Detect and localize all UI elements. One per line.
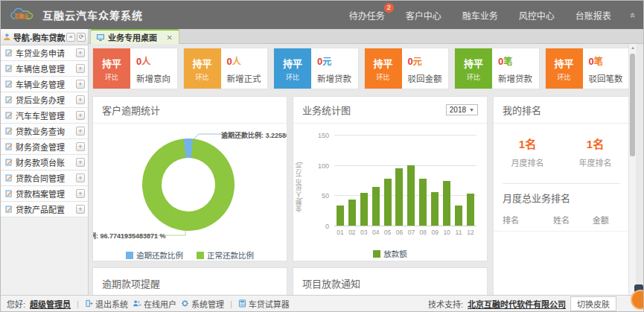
sidebar-item-vehicle-business[interactable]: 车辆业务管理+	[1, 77, 88, 92]
bar-legend: 放款额	[293, 248, 487, 259]
kpi-value: 0	[589, 56, 594, 67]
expand-plus-icon[interactable]: +	[76, 142, 85, 151]
donut-legend: 逾期还款比例 正常还款比例	[93, 249, 287, 261]
online-users-button[interactable]: 在线用户	[133, 298, 176, 310]
sidebar-menu: 车贷业务申请+ 车辆信息管理+ 车辆业务管理+ 贷后业务办理+ 汽车车型管理+ …	[1, 45, 88, 217]
close-tab-icon[interactable]: ✕	[167, 34, 173, 42]
app-title: 互融云汽车众筹系统	[42, 7, 143, 22]
doc-edit-icon	[5, 80, 13, 88]
yearly-rank: 1名年度排名	[561, 136, 629, 168]
panel-business-statistics: 业务统计图 2018▼ 金额(人民币 万元) 050100150 0102030…	[293, 96, 488, 261]
expand-plus-icon[interactable]: +	[76, 158, 85, 167]
logout-button[interactable]: 退出系统	[85, 298, 128, 310]
refresh-icon[interactable]: ⟳	[77, 33, 86, 42]
nav-item-customer-center[interactable]: 客户中心	[406, 9, 441, 22]
sidebar-item-post-loan[interactable]: 贷后业务办理+	[1, 92, 88, 108]
doc-edit-icon	[5, 143, 13, 150]
nav-label: 待办任务	[349, 11, 385, 22]
scrollbar-thumb[interactable]	[630, 54, 635, 156]
sidebar-item-finance-funds[interactable]: 财务资金管理+	[1, 139, 88, 155]
bar-yticks: 050100150	[316, 136, 331, 226]
panel-loan-disbursement-notice: 项目放款通知	[293, 267, 488, 297]
y-tick-label: 100	[318, 162, 329, 170]
x-tick-label: 09	[430, 229, 439, 236]
legend-item-disbursement[interactable]: 放款额	[373, 248, 407, 259]
current-user-link[interactable]: 超级管理员	[30, 298, 71, 310]
donut-chart: 逾期还款比例: 3.2258064516129 正常还款比例: 96.77419…	[93, 124, 287, 261]
bar	[443, 136, 450, 226]
overdue-ratio-callout: 逾期还款比例: 3.2258064516129	[221, 130, 287, 140]
panel-title: 逾期款项提醒	[102, 276, 160, 290]
footer: 您好: 超级管理员 | 退出系统 在线用户 系统管理 | 车贷试算器 技术支持:…	[1, 295, 643, 311]
expand-plus-icon[interactable]: +	[76, 205, 85, 214]
nav-label: 融车业务	[462, 11, 498, 22]
tab-bar: 业务专用桌面 ✕	[89, 29, 643, 44]
legend-item-overdue[interactable]: 逾期还款比例	[126, 249, 183, 261]
expand-plus-icon[interactable]: +	[76, 127, 85, 136]
greeting-label: 您好:	[7, 298, 25, 310]
doc-edit-icon	[5, 49, 13, 57]
nav-item-risk-center[interactable]: 风控中心	[519, 9, 555, 22]
panel-my-ranking: 我的排名 1名月度排名 1名年度排名 月度总业务排名 排名 姓名 金额	[493, 96, 630, 297]
nav-label: 风控中心	[519, 11, 555, 22]
bar	[419, 136, 427, 226]
legend-item-normal[interactable]: 正常还款比例	[197, 249, 254, 261]
system-management-button[interactable]: 系统管理	[181, 298, 224, 310]
expand-plus-icon[interactable]: +	[76, 95, 85, 104]
kpi-card-new-loan-count: 持平环比 0笔新增贷款	[454, 48, 540, 89]
y-axis-label: 金额(人民币 万元)	[295, 146, 304, 228]
x-tick-label: 04	[372, 229, 380, 236]
x-tick-label: 02	[348, 229, 357, 236]
collapse-header-icon[interactable]: «	[628, 12, 639, 17]
sidebar-item-vehicle-info[interactable]: 车辆信息管理+	[1, 61, 88, 77]
nav-item-ledger-report[interactable]: 台账报表	[576, 9, 611, 22]
sidebar-item-car-model[interactable]: 汽车车型管理+	[1, 108, 88, 124]
nav-label: 台账报表	[576, 11, 611, 22]
x-tick-label: 10	[442, 229, 451, 236]
sidebar-item-archive-mgmt[interactable]: 贷款档案管理+	[1, 186, 88, 202]
monitor-icon	[97, 34, 104, 41]
bar	[455, 136, 462, 226]
doc-edit-icon	[5, 174, 13, 182]
nav-item-car-finance[interactable]: 融车业务	[462, 9, 498, 22]
sidebar-item-loan-query[interactable]: 贷款业务查询+	[1, 124, 88, 139]
panel-overdue-reminder: 逾期款项提醒	[92, 267, 287, 297]
expand-plus-icon[interactable]: +	[76, 111, 85, 120]
scroll-up-icon[interactable]: ▲	[629, 45, 637, 50]
bar-plot	[334, 136, 476, 226]
sidebar-item-finance-ledger[interactable]: 财务款项台账+	[1, 155, 88, 171]
donut-ring[interactable]	[142, 139, 235, 231]
tab-business-desktop[interactable]: 业务专用桌面 ✕	[90, 29, 179, 44]
x-tick-label: 08	[418, 229, 427, 236]
expand-plus-icon[interactable]: +	[76, 48, 85, 57]
sidebar-header: 导航-购车贷款 « ⟳	[1, 29, 88, 45]
nav-item-todo-tasks[interactable]: 待办任务 2	[349, 9, 385, 22]
expand-plus-icon[interactable]: +	[76, 80, 85, 89]
collapse-sidebar-icon[interactable]: «	[66, 33, 75, 42]
sidebar-item-product-config[interactable]: 贷款产品配置+	[1, 202, 88, 217]
doc-edit-icon	[5, 190, 13, 197]
x-tick-label: 06	[395, 229, 404, 236]
kpi-card-new-formal: 持平环比 0人新增正式	[183, 48, 269, 89]
expand-plus-icon[interactable]: +	[76, 64, 85, 73]
company-link[interactable]: 北京互融时代软件有限公司	[468, 298, 566, 310]
skin-switch-button[interactable]: 切换皮肤	[570, 296, 616, 311]
kpi-trend-block: 持平环比	[184, 48, 221, 89]
expand-plus-icon[interactable]: +	[76, 173, 85, 182]
sidebar-item-loan-application[interactable]: 车贷业务申请+	[1, 45, 88, 61]
bar	[384, 136, 392, 226]
loan-calculator-button[interactable]: 车贷试算器	[238, 298, 290, 310]
year-dropdown[interactable]: 2018▼	[446, 104, 478, 115]
rank-table-title: 月度总业务排名	[494, 184, 629, 210]
doc-edit-icon	[5, 112, 13, 119]
expand-plus-icon[interactable]: +	[76, 189, 85, 198]
legend-swatch	[373, 250, 380, 258]
doc-edit-icon	[5, 206, 13, 213]
panel-title: 我的排名	[503, 103, 541, 117]
doc-edit-icon	[5, 96, 13, 104]
panel-title: 客户逾期统计	[102, 103, 160, 117]
sidebar-item-contract-mgmt[interactable]: 贷款合同管理+	[1, 171, 88, 186]
bar	[431, 136, 439, 226]
bar-chart: 金额(人民币 万元) 050100150 0102030405060708091…	[293, 124, 487, 261]
gear-icon	[181, 299, 189, 308]
